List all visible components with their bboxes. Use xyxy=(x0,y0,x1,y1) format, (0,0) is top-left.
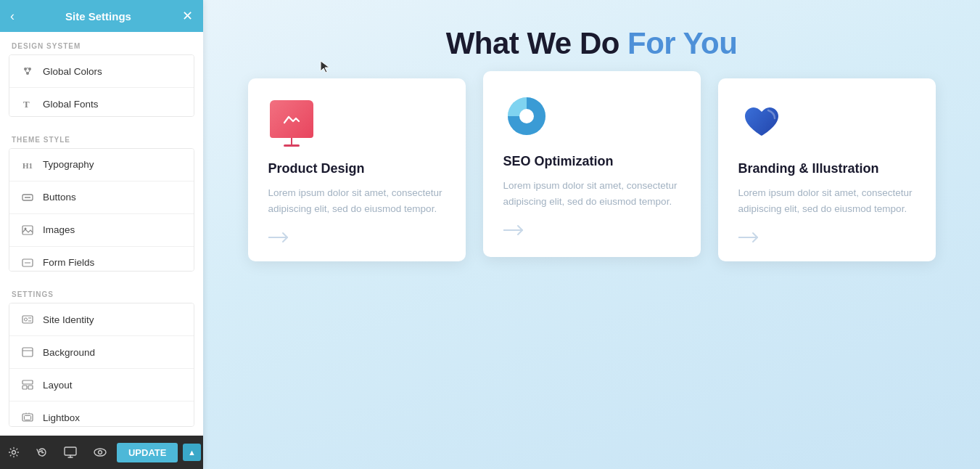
svg-rect-18 xyxy=(22,386,27,389)
sidebar-item-global-fonts[interactable]: T Global Fonts xyxy=(9,88,194,117)
product-design-icon-wrap xyxy=(268,100,315,147)
board-feet xyxy=(284,144,300,147)
svg-text:T: T xyxy=(23,99,30,110)
svg-point-12 xyxy=(25,318,28,321)
lightbox-icon xyxy=(20,409,36,425)
buttons-label: Buttons xyxy=(43,192,76,203)
settings-group: Site Identity Background Layout xyxy=(9,303,194,427)
global-fonts-label: Global Fonts xyxy=(43,99,99,110)
sidebar-header: ‹ Site Settings ✕ xyxy=(0,0,203,32)
update-button[interactable]: UPDATE xyxy=(117,443,178,462)
sidebar-title: Site Settings xyxy=(15,10,182,23)
site-identity-label: Site Identity xyxy=(43,314,94,325)
card-arrow-seo xyxy=(503,224,680,237)
section-label-design-system: DESIGN SYSTEM xyxy=(0,32,203,54)
theme-style-group: H1 Typography Buttons Image xyxy=(9,148,194,272)
seo-icon-wrap xyxy=(503,93,550,139)
sidebar-item-layout[interactable]: Layout xyxy=(9,369,194,401)
main-title-accent: For You xyxy=(627,26,737,60)
sidebar-item-site-identity[interactable]: Site Identity xyxy=(9,303,194,336)
background-icon xyxy=(20,344,36,360)
global-colors-label: Global Colors xyxy=(43,66,102,77)
main-content: What We Do For You Product Design Lorem … xyxy=(203,0,980,469)
svg-rect-21 xyxy=(25,416,31,420)
svg-rect-19 xyxy=(28,386,33,389)
cursor-indicator xyxy=(319,60,331,71)
card-text-branding: Lorem ipsum dolor sit amet, consectetur … xyxy=(738,185,915,216)
card-text-product-design: Lorem ipsum dolor sit amet, consectetur … xyxy=(268,185,445,216)
desktop-bottom-button[interactable] xyxy=(58,442,83,462)
sidebar-item-lightbox[interactable]: Lightbox xyxy=(9,401,194,427)
cards-row: Product Design Lorem ipsum dolor sit ame… xyxy=(203,78,980,261)
svg-rect-15 xyxy=(22,348,33,356)
button-icon xyxy=(20,189,36,205)
form-fields-label: Form Fields xyxy=(43,257,94,268)
card-title-product-design: Product Design xyxy=(268,161,445,176)
card-title-seo: SEO Optimization xyxy=(503,154,680,169)
palette-icon xyxy=(20,63,36,79)
id-icon xyxy=(20,311,36,327)
main-title: What We Do For You xyxy=(446,26,738,61)
section-label-theme-style: THEME STYLE xyxy=(0,126,203,148)
lightbox-label: Lightbox xyxy=(43,412,80,423)
design-system-group: Global Colors T Global Fonts xyxy=(9,54,194,117)
heart-icon xyxy=(741,102,783,144)
preview-bottom-button[interactable] xyxy=(88,442,112,462)
sidebar: ‹ Site Settings ✕ DESIGN SYSTEM Global C… xyxy=(0,0,203,469)
sidebar-item-buttons[interactable]: Buttons xyxy=(9,182,194,214)
svg-point-31 xyxy=(98,451,102,454)
card-product-design: Product Design Lorem ipsum dolor sit ame… xyxy=(248,78,466,261)
board-stand xyxy=(291,138,292,144)
branding-icon-wrap xyxy=(738,100,785,147)
pie-chart-icon xyxy=(506,95,548,137)
layout-icon xyxy=(20,377,36,393)
sidebar-item-global-colors[interactable]: Global Colors xyxy=(9,55,194,88)
sidebar-item-typography[interactable]: H1 Typography xyxy=(9,149,194,182)
svg-point-34 xyxy=(519,109,534,123)
svg-point-30 xyxy=(94,449,106,456)
typography-label: Typography xyxy=(43,159,94,170)
section-label-settings: SETTINGS xyxy=(0,280,203,303)
form-icon xyxy=(20,255,36,271)
card-branding: Branding & Illustration Lorem ipsum dolo… xyxy=(718,78,936,261)
update-caret-button[interactable]: ▲ xyxy=(183,444,201,461)
svg-rect-27 xyxy=(65,447,76,455)
card-text-seo: Lorem ipsum dolor sit amet, consectetur … xyxy=(503,178,680,209)
sidebar-close-button[interactable]: ✕ xyxy=(182,8,193,24)
image-icon xyxy=(20,222,36,238)
sidebar-item-images[interactable]: Images xyxy=(9,214,194,247)
svg-rect-7 xyxy=(22,226,33,234)
board-icon xyxy=(270,100,313,147)
images-label: Images xyxy=(43,224,75,235)
main-header: What We Do For You xyxy=(432,0,752,78)
settings-bottom-button[interactable] xyxy=(2,442,25,462)
svg-point-24 xyxy=(12,451,16,454)
board-icon-body xyxy=(270,100,313,138)
layout-label: Layout xyxy=(43,380,73,391)
sidebar-item-form-fields[interactable]: Form Fields xyxy=(9,247,194,272)
card-title-branding: Branding & Illustration xyxy=(738,161,915,176)
background-label: Background xyxy=(43,347,95,358)
card-seo-optimization: SEO Optimization Lorem ipsum dolor sit a… xyxy=(483,71,701,257)
card-arrow-product-design xyxy=(268,231,445,244)
font-icon: T xyxy=(20,96,36,112)
card-arrow-branding xyxy=(738,231,915,244)
main-title-text: What We Do xyxy=(446,26,627,60)
heading-icon: H1 xyxy=(20,157,36,173)
history-bottom-button[interactable] xyxy=(30,442,54,462)
sidebar-item-background[interactable]: Background xyxy=(9,336,194,369)
svg-text:H1: H1 xyxy=(22,161,33,170)
sidebar-bottom-bar: UPDATE ▲ xyxy=(0,436,203,469)
svg-rect-17 xyxy=(22,380,33,384)
